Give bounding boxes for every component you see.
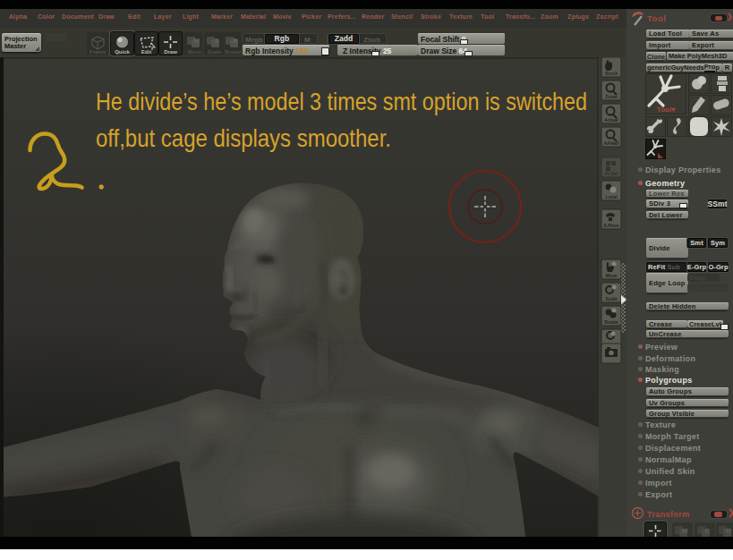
svg-text:Move: Move: [606, 273, 618, 278]
svg-text:Actual: Actual: [604, 117, 618, 123]
svg-text:M: M: [194, 38, 200, 44]
svg-text:Scale: Scale: [605, 296, 617, 301]
svg-text:off,but cage displays smoother: off,but cage displays smoother.: [96, 123, 391, 152]
svg-text:Local: Local: [605, 194, 618, 199]
svg-text:Rotate: Rotate: [604, 319, 618, 325]
svg-text:Edit: Edit: [141, 49, 151, 55]
svg-text:S: S: [215, 38, 219, 44]
svg-text:R: R: [233, 38, 237, 44]
svg-text:Pt Sel: Pt Sel: [605, 171, 618, 176]
svg-text:R: R: [726, 527, 731, 535]
svg-text:Draw: Draw: [164, 49, 177, 55]
svg-text:He divide’s he’s model 3 times: He divide’s he’s model 3 times smt optio…: [96, 87, 587, 115]
svg-text:Move: Move: [188, 49, 202, 55]
svg-text:S.Pivot: S.Pivot: [604, 223, 619, 228]
svg-text:Rotate: Rotate: [225, 49, 242, 55]
svg-text:Scale: Scale: [208, 49, 222, 55]
svg-text:Frame: Frame: [89, 49, 107, 55]
svg-text:AAHalf: AAHalf: [604, 140, 619, 146]
svg-text:Scroll: Scroll: [605, 71, 618, 76]
svg-text:Zoom: Zoom: [605, 94, 618, 99]
svg-text:M: M: [682, 527, 688, 535]
svg-text:S: S: [704, 527, 710, 535]
svg-text:Quick: Quick: [115, 49, 130, 55]
